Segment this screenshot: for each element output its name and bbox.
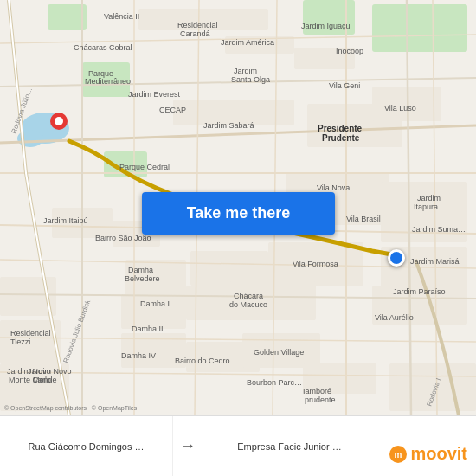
svg-text:Damha I: Damha I: [140, 299, 170, 308]
svg-text:Residencial: Residencial: [10, 329, 51, 338]
svg-text:Jardim: Jardim: [234, 67, 257, 75]
from-location-label: Rua Giácomo Domingos …: [29, 441, 145, 452]
svg-text:Carandá: Carandá: [180, 29, 210, 38]
svg-text:Jardim América: Jardim América: [221, 38, 274, 47]
svg-text:Residencial: Residencial: [177, 21, 218, 29]
svg-text:Jardim Marisá: Jardim Marisá: [410, 257, 460, 266]
to-location-label: Empresa Facic Junior …: [237, 441, 341, 452]
svg-text:Jardim Novo: Jardim Novo: [7, 367, 51, 376]
svg-text:Belvedere: Belvedere: [125, 274, 160, 283]
svg-text:Jardim Sabará: Jardim Sabará: [203, 121, 254, 130]
svg-text:Presidente: Presidente: [318, 124, 363, 133]
svg-text:Vila Luso: Vila Luso: [384, 104, 416, 113]
svg-text:Damha IV: Damha IV: [121, 351, 156, 360]
bottom-bar: Rua Giácomo Domingos … → Empresa Facic J…: [0, 415, 476, 476]
svg-text:Jardim Suma…: Jardim Suma…: [412, 225, 466, 234]
map-container: Valência II Chácaras Cobral Residencial …: [0, 0, 476, 415]
svg-text:Chácara: Chácara: [234, 292, 263, 300]
svg-text:Jardim Paraíso: Jardim Paraíso: [393, 287, 446, 296]
svg-text:Damha: Damha: [128, 266, 153, 274]
svg-text:Bairro São João: Bairro São João: [95, 234, 151, 242]
arrow-icon: →: [180, 437, 196, 455]
svg-text:Jardim Itaipú: Jardim Itaipú: [43, 216, 88, 225]
svg-text:Inocoop: Inocoop: [336, 47, 363, 55]
svg-text:Vila Nova: Vila Nova: [317, 183, 350, 192]
destination-dot: [388, 249, 405, 267]
svg-text:Monte Carlo: Monte Carlo: [9, 376, 51, 384]
svg-text:Damha II: Damha II: [132, 325, 164, 333]
svg-text:Iamboré: Iamboré: [303, 387, 331, 396]
from-location[interactable]: Rua Giácomo Domingos …: [0, 416, 173, 476]
svg-text:Parque Cedral: Parque Cedral: [119, 163, 170, 171]
svg-text:Santa Olga: Santa Olga: [231, 75, 270, 84]
svg-text:Mediterrâneo: Mediterrâneo: [85, 77, 131, 86]
svg-text:Vila Aurélio: Vila Aurélio: [375, 313, 414, 322]
svg-text:do Macuco: do Macuco: [229, 300, 267, 309]
svg-text:Chácaras Cobral: Chácaras Cobral: [74, 43, 132, 52]
svg-text:Bairro do Cedro: Bairro do Cedro: [175, 357, 230, 365]
svg-text:Vila Formosa: Vila Formosa: [293, 260, 338, 268]
take-me-there-button[interactable]: Take me there: [142, 192, 335, 235]
svg-text:Jardim: Jardim: [417, 194, 441, 203]
to-location[interactable]: Empresa Facic Junior …: [203, 416, 376, 476]
svg-text:CECAP: CECAP: [159, 106, 186, 114]
svg-text:Jardim Iguaçu: Jardim Iguaçu: [301, 22, 351, 30]
svg-text:prudente: prudente: [305, 396, 336, 404]
moovit-logo-icon: m: [389, 445, 408, 464]
svg-text:m: m: [395, 450, 402, 460]
svg-text:Vila Geni: Vila Geni: [329, 81, 360, 90]
svg-text:Vila Brasil: Vila Brasil: [346, 215, 381, 223]
arrow-separator: →: [173, 416, 203, 476]
svg-text:© OpenStreetMap contributors ·: © OpenStreetMap contributors · © OpenMap…: [4, 405, 138, 412]
svg-text:Prudente: Prudente: [322, 133, 360, 143]
svg-text:Tiezzi: Tiezzi: [10, 338, 30, 346]
svg-text:Itapura: Itapura: [414, 203, 438, 211]
svg-text:Jardim Everest: Jardim Everest: [128, 90, 181, 99]
svg-rect-3: [48, 4, 87, 30]
moovit-text: moovit: [410, 444, 467, 464]
svg-text:Valência II: Valência II: [104, 12, 139, 21]
svg-text:Golden Village: Golden Village: [254, 348, 304, 357]
svg-rect-4: [372, 4, 467, 52]
moovit-branding: m moovit: [389, 444, 467, 464]
svg-rect-19: [190, 251, 268, 286]
svg-point-102: [55, 117, 63, 125]
svg-text:Bourbon Parc…: Bourbon Parc…: [247, 378, 302, 387]
